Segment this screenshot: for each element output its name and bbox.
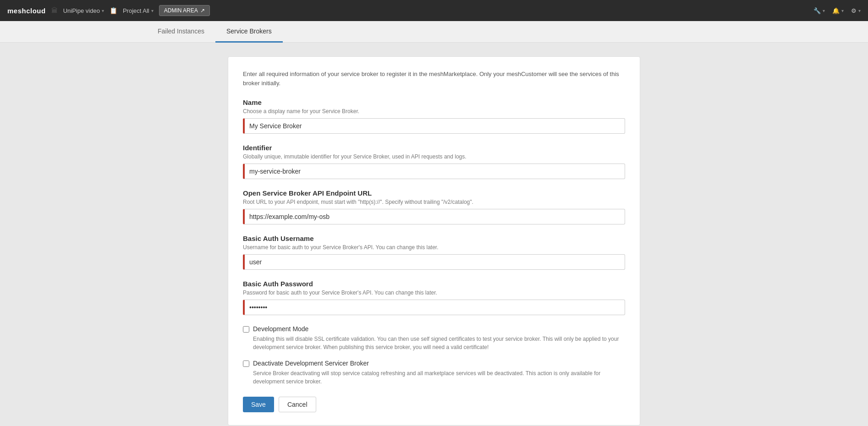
settings-chevron-icon: ▾ — [858, 8, 861, 13]
dev-mode-checkbox[interactable] — [243, 326, 249, 333]
logo[interactable]: meshcloud — [7, 7, 46, 15]
identifier-label: Identifier — [243, 144, 625, 152]
checkbox-section-deactivate: Deactivate Development Servicer Broker S… — [243, 360, 625, 386]
name-hint: Choose a display name for your Service B… — [243, 108, 625, 115]
cancel-button[interactable]: Cancel — [279, 397, 316, 412]
top-navigation: meshcloud 🏛 UniPipe video ▾ 📋 Project Al… — [0, 0, 868, 21]
tab-failed-instances[interactable]: Failed Instances — [147, 21, 215, 43]
support-icon: 🔧 — [813, 7, 821, 14]
username-label: Basic Auth Username — [243, 235, 625, 242]
nav-right: 🔧 ▾ 🔔 ▾ ⚙ ▾ — [813, 7, 861, 14]
endpoint-url-input[interactable] — [243, 209, 625, 224]
password-hint: Password for basic auth to your Service … — [243, 289, 625, 296]
admin-area-button[interactable]: ADMIN AREA ↗ — [159, 5, 210, 16]
deactivate-dev-description: Service Broker deactivating will stop se… — [243, 369, 625, 386]
identifier-hint: Globally unique, immutable identifier fo… — [243, 153, 625, 160]
endpoint-url-hint: Root URL to your API endpoint, must star… — [243, 199, 625, 205]
nav-project[interactable]: Project All ▾ — [123, 7, 154, 14]
tab-service-brokers[interactable]: Service Brokers — [215, 21, 283, 43]
bell-icon: 🔔 — [832, 7, 840, 14]
nav-workspace[interactable]: UniPipe video ▾ — [63, 7, 104, 14]
password-label: Basic Auth Password — [243, 280, 625, 288]
workspace-label: UniPipe video — [63, 7, 100, 14]
form-section-endpoint-url: Open Service Broker API Endpoint URL Roo… — [243, 189, 625, 224]
settings-nav-item[interactable]: ⚙ ▾ — [851, 7, 861, 14]
external-link-icon: ↗ — [200, 7, 205, 14]
form-section-username: Basic Auth Username Username for basic a… — [243, 235, 625, 270]
dev-mode-label[interactable]: Development Mode — [243, 325, 625, 333]
form-section-identifier: Identifier Globally unique, immutable id… — [243, 144, 625, 179]
endpoint-url-label: Open Service Broker API Endpoint URL — [243, 189, 625, 197]
notifications-nav-item[interactable]: 🔔 ▾ — [832, 7, 844, 14]
password-input[interactable] — [243, 300, 625, 315]
nav-left: meshcloud 🏛 UniPipe video ▾ 📋 Project Al… — [7, 5, 210, 16]
form-section-name: Name Choose a display name for your Serv… — [243, 98, 625, 134]
form-card: Enter all required information of your s… — [228, 56, 640, 426]
main-content: Enter all required information of your s… — [0, 43, 868, 426]
support-nav-item[interactable]: 🔧 ▾ — [813, 7, 825, 14]
notifications-chevron-icon: ▾ — [841, 8, 844, 13]
form-section-password: Basic Auth Password Password for basic a… — [243, 280, 625, 315]
dev-mode-description: Enabling this will disable SSL certifica… — [243, 335, 625, 351]
deactivate-dev-label-text: Deactivate Development Servicer Broker — [253, 360, 369, 367]
identifier-input[interactable] — [243, 164, 625, 179]
dev-mode-label-text: Development Mode — [253, 325, 308, 333]
nav-divider-1: 🏛 — [51, 7, 58, 14]
checkbox-section-dev-mode: Development Mode Enabling this will disa… — [243, 325, 625, 351]
name-input[interactable] — [243, 118, 625, 134]
gear-icon: ⚙ — [851, 7, 857, 14]
admin-area-label: ADMIN AREA — [164, 7, 198, 14]
project-chevron-icon: ▾ — [151, 8, 154, 13]
form-intro: Enter all required information of your s… — [243, 70, 625, 87]
username-hint: Username for basic auth to your Service … — [243, 244, 625, 251]
deactivate-dev-label[interactable]: Deactivate Development Servicer Broker — [243, 360, 625, 367]
workspace-chevron-icon: ▾ — [102, 8, 104, 13]
name-label: Name — [243, 98, 625, 106]
support-chevron-icon: ▾ — [823, 8, 825, 13]
tab-bar: Failed Instances Service Brokers — [0, 21, 868, 43]
project-label: Project All — [123, 7, 149, 14]
deactivate-dev-checkbox[interactable] — [243, 360, 249, 367]
username-input[interactable] — [243, 254, 625, 270]
form-actions: Save Cancel — [243, 397, 625, 412]
save-button[interactable]: Save — [243, 397, 274, 412]
nav-divider-2: 📋 — [110, 7, 117, 14]
